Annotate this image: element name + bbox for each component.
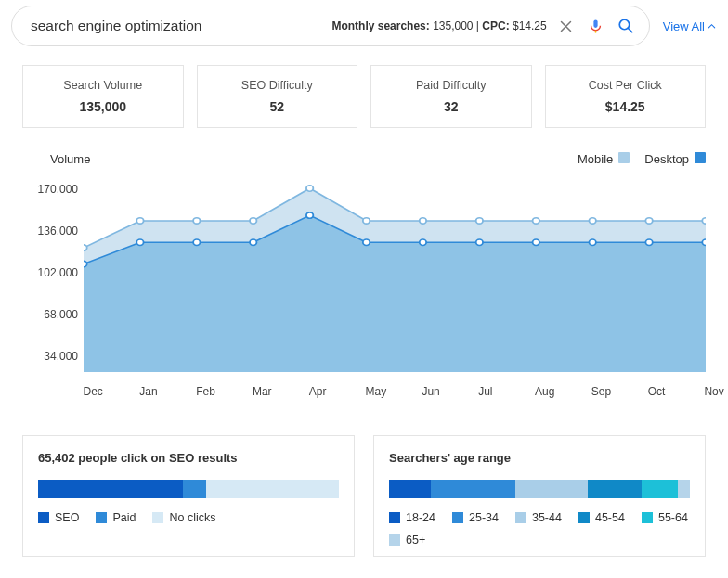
view-all-link[interactable]: View All: [663, 19, 717, 33]
x-tick: Jan: [139, 385, 140, 398]
svg-point-16: [84, 261, 87, 266]
legend-item: 35-44: [515, 511, 562, 524]
search-meta: Monthly searches: 135,000 | CPC: $14.25: [332, 19, 546, 32]
y-tick: 102,000: [38, 266, 78, 279]
x-tick: Mar: [253, 385, 254, 398]
svg-point-10: [420, 218, 426, 224]
svg-point-20: [306, 212, 313, 218]
bar-segment: [588, 480, 642, 498]
chart-plot: [84, 168, 706, 374]
chart-legend: MobileDesktop: [578, 152, 706, 166]
bar-segment: [389, 480, 431, 498]
mic-icon[interactable]: [586, 16, 606, 36]
click-bar: [38, 480, 339, 498]
tile-label: Cost Per Click: [555, 79, 696, 92]
x-tick: Oct: [648, 385, 649, 398]
chevron-up-icon: [707, 21, 717, 32]
search-icon[interactable]: [616, 16, 636, 36]
clear-icon[interactable]: [556, 16, 577, 36]
svg-point-8: [306, 186, 313, 191]
tile-label: Search Volume: [32, 79, 174, 92]
svg-point-26: [645, 239, 652, 245]
svg-point-22: [420, 239, 426, 245]
stat-tile: Cost Per Click$14.25: [545, 65, 707, 128]
x-tick: Sep: [592, 385, 592, 398]
bar-segment: [678, 480, 690, 498]
bar-segment: [515, 480, 588, 498]
bar-segment: [206, 480, 339, 498]
svg-point-7: [250, 218, 256, 224]
svg-line-3: [628, 28, 632, 32]
svg-point-11: [476, 218, 483, 224]
click-results-card: 65,402 people click on SEO results SEOPa…: [22, 435, 355, 557]
x-tick: Apr: [309, 385, 310, 398]
svg-point-4: [84, 245, 87, 250]
legend-item: 25-34: [452, 511, 499, 524]
svg-point-24: [533, 239, 540, 245]
y-tick: 136,000: [38, 225, 78, 238]
x-tick: Jul: [478, 385, 479, 398]
x-tick: May: [366, 385, 367, 398]
svg-point-13: [589, 218, 595, 224]
svg-point-17: [136, 239, 143, 245]
chart-title: Volume: [50, 152, 90, 166]
tile-value: 52: [207, 99, 348, 114]
svg-point-18: [193, 239, 200, 245]
svg-point-14: [645, 218, 652, 224]
legend-item: No clicks: [152, 511, 215, 524]
tile-value: 32: [381, 99, 522, 114]
tile-value: 135,000: [32, 99, 174, 114]
svg-point-23: [476, 239, 483, 245]
svg-point-12: [533, 218, 540, 224]
legend-item: 65+: [389, 533, 425, 546]
svg-point-25: [589, 239, 595, 245]
card-title: Searchers' age range: [389, 451, 690, 465]
legend-item: 18-24: [389, 511, 436, 524]
bar-segment: [431, 480, 515, 498]
svg-rect-0: [594, 19, 598, 28]
y-tick: 68,000: [44, 308, 78, 321]
legend-item: Paid: [96, 511, 136, 524]
x-tick: Jun: [422, 385, 422, 398]
x-tick: Nov: [704, 385, 705, 398]
svg-point-15: [702, 218, 706, 224]
svg-point-21: [363, 239, 370, 245]
stat-tile: SEO Difficulty52: [197, 65, 358, 128]
legend-item: Mobile: [578, 152, 630, 166]
volume-chart: Volume MobileDesktop 170,000136,000102,0…: [0, 128, 728, 398]
bar-segment: [642, 480, 678, 498]
svg-point-19: [250, 239, 256, 245]
age-legend: 18-2425-3435-4445-5455-6465+: [389, 511, 690, 546]
stat-tile: Search Volume135,000: [22, 65, 184, 128]
svg-point-6: [193, 218, 200, 224]
y-tick: 34,000: [44, 350, 78, 363]
stat-tile: Paid Difficulty32: [370, 65, 532, 128]
svg-point-9: [363, 218, 370, 224]
legend-item: Desktop: [644, 152, 706, 166]
card-title: 65,402 people click on SEO results: [38, 451, 339, 465]
y-axis: 170,000136,000102,00068,00034,000: [22, 168, 84, 363]
bar-segment: [183, 480, 207, 498]
search-input[interactable]: [31, 18, 332, 34]
age-bar: [389, 480, 690, 498]
legend-item: 55-64: [642, 511, 688, 524]
x-tick: Aug: [535, 385, 536, 398]
tile-label: Paid Difficulty: [381, 79, 522, 92]
stat-tiles: Search Volume135,000SEO Difficulty52Paid…: [0, 46, 728, 128]
tile-label: SEO Difficulty: [207, 79, 348, 92]
x-axis: DecJanFebMarAprMayJunJulAugSepOctNov: [84, 374, 706, 398]
svg-point-5: [136, 218, 143, 224]
svg-point-27: [702, 239, 706, 245]
bar-segment: [38, 480, 183, 498]
x-tick: Dec: [84, 385, 84, 398]
tile-value: $14.25: [555, 99, 696, 114]
age-range-card: Searchers' age range 18-2425-3435-4445-5…: [373, 435, 706, 557]
x-tick: Feb: [196, 385, 197, 398]
legend-item: SEO: [38, 511, 79, 524]
click-legend: SEOPaidNo clicks: [38, 511, 339, 524]
y-tick: 170,000: [38, 183, 78, 196]
search-bar: Monthly searches: 135,000 | CPC: $14.25: [11, 6, 650, 46]
legend-item: 45-54: [578, 511, 625, 524]
